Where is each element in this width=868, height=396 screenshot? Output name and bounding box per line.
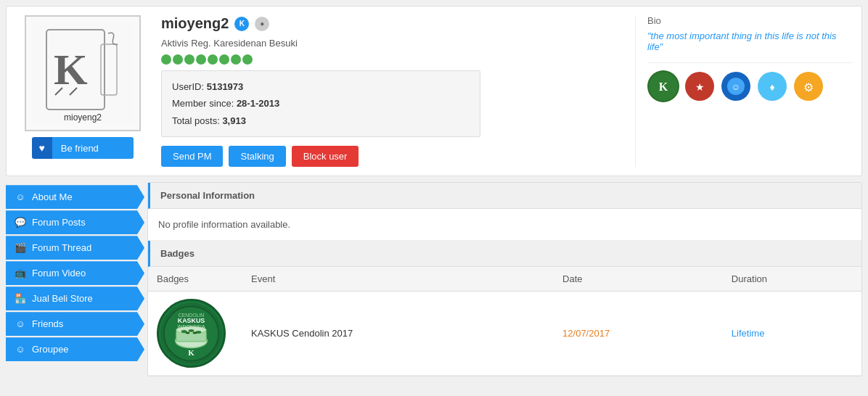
user-header: mioyeng2 K ● [161,15,623,32]
svg-text:★: ★ [695,81,705,93]
action-buttons: Send PM Stalking Block user [161,146,623,167]
profile-main: mioyeng2 K ● Aktivis Reg. Karesidenan Be… [161,15,623,167]
send-pm-button[interactable]: Send PM [161,146,223,167]
sidebar-label-jual-beli: Jual Beli Store [32,293,93,304]
col-header-badges: Badges [148,267,242,292]
svg-text:KASKUS: KASKUS [178,317,205,324]
personal-info-section: Personal Information No profile informat… [148,183,861,241]
user-id-value: 5131973 [207,81,244,92]
badge-cendolin: KASKUS CENDOLIN INDONESIA K [157,299,226,368]
be-friend-button[interactable]: ♥ Be friend [32,137,134,159]
profile-card: K mioyeng2 ♥ Be friend [6,6,862,176]
svg-text:⚙: ⚙ [803,81,814,94]
svg-text:K: K [188,347,195,356]
badges-table-header-row: Badges Event Date Duration [148,267,861,292]
col-header-date: Date [554,267,723,292]
sidebar-item-forum-posts[interactable]: 💬 Forum Posts [6,210,144,234]
badge-icon-3: ☺ [720,70,752,102]
dot-7 [231,54,241,65]
be-friend-label: Be friend [52,137,134,159]
bio-quote: "the most important thing in this life i… [647,30,853,52]
avatar-container: K mioyeng2 [25,15,141,131]
badge-icon-2: ★ [684,70,716,102]
stalking-button[interactable]: Stalking [229,146,285,167]
badges-section: Badges Badges Event Date Duration [148,241,861,376]
sidebar-label-friends: Friends [32,318,63,329]
dot-1 [161,54,171,65]
bio-badge-icons: K ★ ☺ ♦ ⚙ [647,70,853,102]
groupee-icon: ☺ [15,344,26,355]
sidebar-label-about-me: About Me [32,191,73,202]
member-since-value: 28-1-2013 [237,98,279,109]
user-id-label: UserID: [172,81,204,92]
content-area: Personal Information No profile informat… [147,182,862,376]
user-id-row: UserID: 5131973 [172,78,470,95]
badge-cell: KASKUS CENDOLIN INDONESIA K [148,292,242,376]
sidebar-item-jual-beli-store[interactable]: 🏪 Jual Beli Store [6,286,144,310]
member-since-row: Member since: 28-1-2013 [172,95,470,112]
sidebar-label-forum-video: Forum Video [32,268,86,279]
forum-posts-icon: 💬 [15,217,26,228]
about-me-icon: ☺ [15,191,26,202]
badge-icon-4: ♦ [756,70,788,102]
personal-info-header: Personal Information [148,183,861,209]
sidebar: ☺ About Me 💬 Forum Posts 🎬 Forum Thread … [6,182,147,376]
dot-4 [196,54,206,65]
svg-text:mioyeng2: mioyeng2 [63,112,101,123]
cendolin-svg: KASKUS CENDOLIN INDONESIA K [159,301,224,366]
friends-icon: ☺ [15,318,26,329]
svg-point-25 [192,331,197,334]
svg-text:CENDOLIN: CENDOLIN [179,313,205,318]
sidebar-item-groupee[interactable]: ☺ Groupee [6,337,144,361]
sidebar-item-forum-video[interactable]: 📺 Forum Video [6,261,144,285]
total-posts-label: Total posts: [172,115,220,126]
svg-text:K: K [659,81,668,93]
dot-2 [173,54,183,65]
dot-8 [242,54,253,65]
activity-dots [161,54,623,65]
status-badge: ● [255,17,269,31]
sidebar-label-forum-posts: Forum Posts [32,217,86,228]
forum-thread-icon: 🎬 [15,242,26,253]
svg-point-22 [189,329,195,332]
avatar-section: K mioyeng2 ♥ Be friend [15,15,150,167]
svg-text:♦: ♦ [769,81,774,93]
sidebar-item-about-me[interactable]: ☺ About Me [6,185,144,209]
badge-icon-1: K [647,70,679,102]
badges-table: Badges Event Date Duration [148,267,861,376]
dot-6 [219,54,229,65]
block-user-button[interactable]: Block user [292,146,359,167]
sidebar-label-forum-thread: Forum Thread [32,242,91,253]
heart-icon: ♥ [32,137,52,159]
username: mioyeng2 [161,15,229,32]
duration-cell: Lifetime [723,292,861,376]
sidebar-item-forum-thread[interactable]: 🎬 Forum Thread [6,236,144,260]
badges-header: Badges [148,241,861,267]
dot-3 [184,54,195,65]
bottom-section: ☺ About Me 💬 Forum Posts 🎬 Forum Thread … [6,182,862,376]
jual-beli-icon: 🏪 [15,293,26,304]
user-role: Aktivis Reg. Karesidenan Besuki [161,38,623,49]
badge-icon-5: ⚙ [793,70,824,102]
bio-section: Bio "the most important thing in this li… [635,15,853,167]
date-cell: 12/07/2017 [554,292,723,376]
svg-text:☺: ☺ [732,82,740,92]
total-posts-row: Total posts: 3,913 [172,112,470,129]
table-row: KASKUS CENDOLIN INDONESIA K KASKUS Cendo… [148,292,861,376]
event-cell: KASKUS Cendolin 2017 [242,292,554,376]
user-info-box: UserID: 5131973 Member since: 28-1-2013 … [161,70,480,137]
col-header-duration: Duration [723,267,861,292]
outer-wrapper: K mioyeng2 ♥ Be friend [0,6,868,376]
sidebar-item-friends[interactable]: ☺ Friends [6,312,144,336]
avatar-svg: K mioyeng2 [32,22,134,124]
avatar-image: K mioyeng2 [25,15,141,131]
svg-point-24 [186,331,190,334]
col-header-event: Event [242,267,554,292]
verified-badge: K [234,17,249,31]
dot-5 [208,54,218,65]
personal-info-body: No profile information available. [148,209,861,241]
forum-video-icon: 📺 [15,268,26,279]
lifetime-link[interactable]: Lifetime [732,328,765,339]
sidebar-label-groupee: Groupee [32,344,69,355]
total-posts-value: 3,913 [222,115,246,126]
